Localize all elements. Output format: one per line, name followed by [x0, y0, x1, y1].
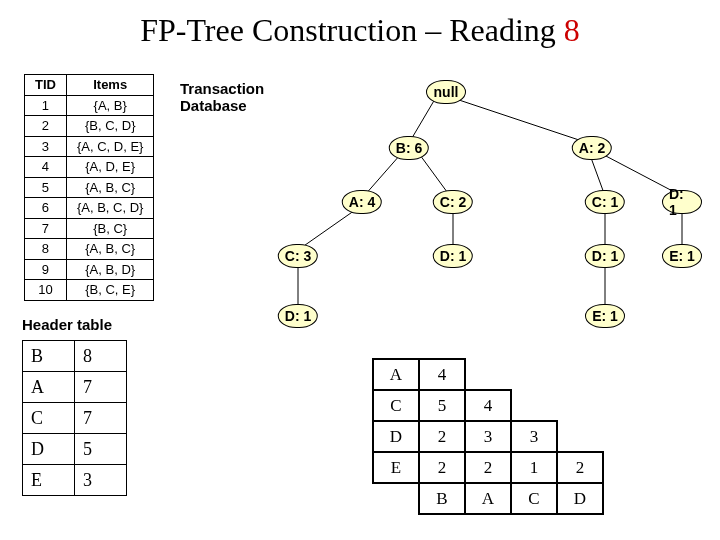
table-row: C54 [373, 390, 603, 421]
transaction-table: TID Items 1{A, B}2{B, C, D}3{A, C, D, E}… [24, 74, 154, 301]
page-title: FP-Tree Construction – Reading 8 [0, 0, 720, 49]
tree-node-c3: C: 3 [278, 244, 318, 268]
table-row: B8 [23, 341, 127, 372]
table-row: 6{A, B, C, D} [25, 198, 154, 219]
table-row: 4{A, D, E} [25, 157, 154, 178]
table-row: 3{A, C, D, E} [25, 136, 154, 157]
conditional-matrix: A4C54D233E2212BACD [372, 358, 604, 515]
tree-node-d1c: D: 1 [585, 244, 625, 268]
header-table-label: Header table [22, 316, 112, 333]
table-row: BACD [373, 483, 603, 514]
tree-node-e1a: E: 1 [662, 244, 702, 268]
tree-node-a4: A: 4 [342, 190, 382, 214]
table-row: 2{B, C, D} [25, 116, 154, 137]
svg-line-1 [456, 99, 588, 143]
txn-col-items: Items [66, 75, 153, 96]
tree-node-a2: A: 2 [572, 136, 612, 160]
tree-node-c2: C: 2 [433, 190, 473, 214]
table-row: 9{A, B, D} [25, 259, 154, 280]
table-row: A4 [373, 359, 603, 390]
txn-col-tid: TID [25, 75, 67, 96]
table-row: D233 [373, 421, 603, 452]
table-row: 1{A, B} [25, 95, 154, 116]
table-row: D5 [23, 434, 127, 465]
tree-node-d1d: D: 1 [278, 304, 318, 328]
transaction-db-label: TransactionDatabase [180, 80, 264, 114]
table-row: 7{B, C} [25, 218, 154, 239]
svg-line-6 [298, 208, 358, 250]
table-row: 8{A, B, C} [25, 239, 154, 260]
table-row: E2212 [373, 452, 603, 483]
table-row: C7 [23, 403, 127, 434]
tree-node-b6: B: 6 [389, 136, 429, 160]
tree-node-null: null [426, 80, 466, 104]
table-row: 10{B, C, E} [25, 280, 154, 301]
tree-node-c1: C: 1 [585, 190, 625, 214]
tree-node-e1b: E: 1 [585, 304, 625, 328]
header-table: B8A7C7D5E3 [22, 340, 127, 496]
table-row: E3 [23, 465, 127, 496]
tree-node-d1a: D: 1 [662, 190, 702, 214]
table-row: 5{A, B, C} [25, 177, 154, 198]
table-row: A7 [23, 372, 127, 403]
tree-node-d1b: D: 1 [433, 244, 473, 268]
